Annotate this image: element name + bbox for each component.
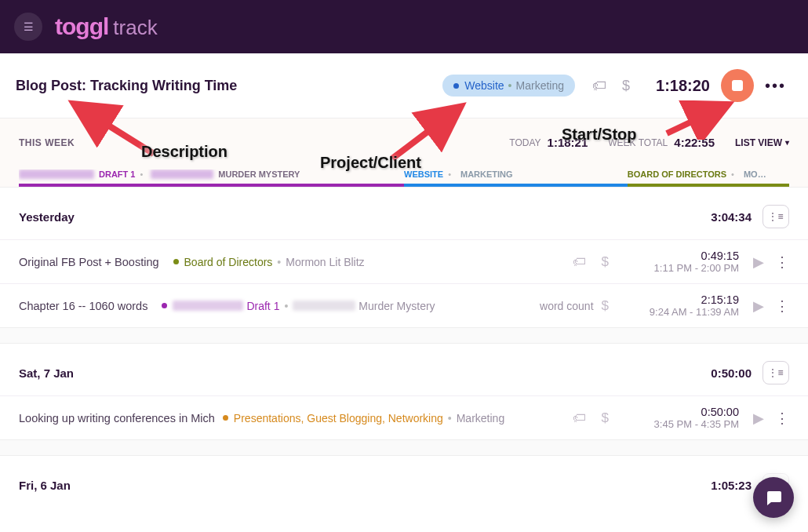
client-name: Marketing	[516, 79, 564, 92]
entry-duration: 2:15:19	[621, 293, 739, 306]
day-header: Sat, 7 Jan 0:50:00 ⋮≡	[0, 344, 808, 395]
view-toggle-label: LIST VIEW	[735, 137, 782, 148]
bar-segment-draft[interactable]: DRAFT 1 • MURDER MYSTERY	[19, 169, 404, 187]
day-section: Fri, 6 Jan 1:05:23 ⋮≡	[0, 455, 808, 514]
entry-tag: word count	[540, 300, 593, 312]
seg3-project: BOARD OF DIRECTORS	[628, 169, 726, 179]
seg2-client: MARKETING	[460, 169, 513, 179]
seg1-project: DRAFT 1	[99, 169, 135, 179]
day-total: 1:05:23	[711, 479, 752, 492]
week-project-bar: DRAFT 1 • MURDER MYSTERY WEBSITE • MARKE…	[19, 169, 789, 187]
chat-icon	[764, 488, 783, 507]
bulk-edit-button[interactable]: ⋮≡	[763, 205, 789, 228]
time-entry-row[interactable]: Chapter 16 -- 1060 words Draft 1 • Murde…	[0, 283, 808, 327]
entry-description: Chapter 16 -- 1060 words	[19, 300, 147, 312]
time-entry-row[interactable]: Looking up writing conferences in Mich P…	[0, 395, 808, 439]
billable-icon[interactable]: $	[616, 78, 636, 94]
week-stats-row: THIS WEEK TODAY 1:18:21 WEEK TOTAL 4:22:…	[19, 136, 789, 149]
time-entry-row[interactable]: Original FB Post + Boosting Board of Dir…	[0, 239, 808, 283]
list-icon: ⋮≡	[768, 211, 783, 222]
entry-description: Looking up writing conferences in Mich	[19, 412, 215, 425]
project-color-dot	[453, 83, 459, 89]
entry-client: Marketing	[457, 412, 504, 425]
tag-icon[interactable]: 🏷	[589, 78, 610, 94]
entry-client: Mormon Lit Blitz	[286, 256, 364, 268]
project-color-dot	[173, 259, 179, 264]
day-total: 0:50:00	[711, 366, 752, 380]
view-toggle[interactable]: LIST VIEW ▾	[735, 137, 789, 148]
logo-toggl: toggl	[55, 13, 108, 40]
project-color-dot	[162, 303, 167, 308]
entry-project: Draft 1	[246, 300, 279, 312]
entry-project: Board of Directors	[184, 256, 273, 268]
list-icon: ⋮≡	[768, 367, 783, 378]
billable-icon[interactable]: $	[602, 254, 609, 270]
hamburger-icon: ☰	[24, 20, 34, 33]
entry-more-button[interactable]: ⋮	[775, 297, 789, 315]
day-header: Fri, 6 Jan 1:05:23 ⋮≡	[0, 456, 808, 514]
today-value: 1:18:21	[548, 136, 588, 149]
timer-bar: Website • Marketing 🏷 $ 1:18:20 •••	[0, 53, 808, 118]
entry-project: Presentations, Guest Blogging, Networkin…	[234, 412, 443, 425]
bulk-edit-button[interactable]: ⋮≡	[763, 361, 789, 384]
chat-button[interactable]	[753, 477, 794, 518]
entry-duration: 0:49:15	[621, 250, 739, 262]
project-pill[interactable]: Website • Marketing	[442, 75, 575, 97]
play-button[interactable]: ▶	[753, 253, 764, 271]
this-week-label: THIS WEEK	[19, 137, 75, 148]
timer-description-input[interactable]	[16, 78, 442, 94]
seg1-client: MURDER MYSTERY	[218, 169, 300, 179]
chevron-down-icon: ▾	[785, 138, 789, 147]
stop-icon	[732, 80, 743, 91]
week-total-value: 4:22:55	[674, 136, 715, 149]
entry-more-button[interactable]: ⋮	[775, 410, 789, 427]
entry-client: Murder Mystery	[359, 300, 435, 312]
entry-description: Original FB Post + Boosting	[19, 256, 159, 268]
menu-button[interactable]: ☰	[14, 13, 42, 41]
day-name: Sat, 7 Jan	[19, 366, 74, 380]
timer-more-button[interactable]: •••	[765, 77, 786, 95]
day-header: Yesterday 3:04:34 ⋮≡	[0, 188, 808, 239]
pill-separator: •	[508, 79, 512, 92]
billable-icon[interactable]: $	[602, 298, 609, 314]
entry-time-range: 1:11 PM - 2:00 PM	[621, 262, 739, 274]
day-section: Sat, 7 Jan 0:50:00 ⋮≡ Looking up writing…	[0, 343, 808, 439]
seg3-client: MO…	[744, 169, 766, 179]
billable-icon[interactable]: $	[602, 410, 609, 426]
day-name: Yesterday	[19, 210, 75, 224]
tag-icon[interactable]: 🏷	[573, 410, 586, 426]
entry-more-button[interactable]: ⋮	[775, 253, 789, 271]
app-logo: toggl track	[55, 13, 158, 40]
tag-icon[interactable]: 🏷	[573, 254, 586, 270]
project-color-dot	[223, 415, 228, 421]
stop-button[interactable]	[721, 69, 754, 102]
app-header: ☰ toggl track	[0, 0, 808, 53]
entry-time-range: 9:24 AM - 11:39 AM	[621, 306, 739, 318]
today-label: TODAY	[509, 137, 540, 148]
logo-track: track	[113, 16, 157, 40]
week-total-label: WEEK TOTAL	[608, 137, 668, 148]
week-summary: THIS WEEK TODAY 1:18:21 WEEK TOTAL 4:22:…	[0, 118, 808, 187]
timer-elapsed: 1:18:20	[647, 77, 710, 95]
day-name: Fri, 6 Jan	[19, 479, 71, 492]
day-section: Yesterday 3:04:34 ⋮≡ Original FB Post + …	[0, 187, 808, 327]
seg2-project: WEBSITE	[404, 169, 443, 179]
bar-segment-website[interactable]: WEBSITE • MARKETING	[404, 169, 628, 187]
play-button[interactable]: ▶	[753, 297, 764, 315]
entry-duration: 0:50:00	[621, 406, 739, 418]
entry-time-range: 3:45 PM - 4:35 PM	[621, 418, 739, 430]
project-name: Website	[464, 79, 504, 92]
bar-segment-board[interactable]: BOARD OF DIRECTORS • MO…	[628, 169, 789, 187]
play-button[interactable]: ▶	[753, 410, 764, 427]
day-total: 3:04:34	[711, 210, 752, 224]
